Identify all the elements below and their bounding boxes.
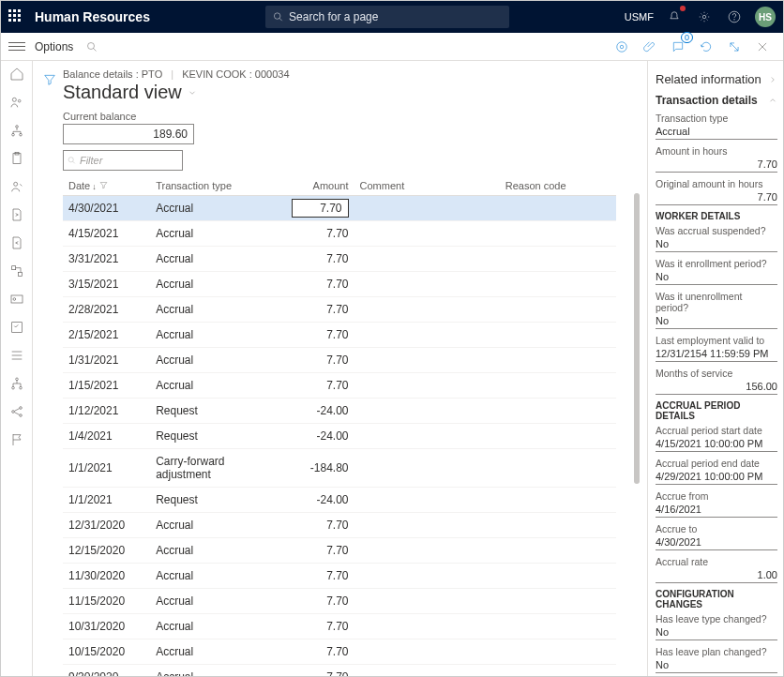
search-icon[interactable] [83, 38, 101, 56]
amount-edit[interactable]: 7.70 [292, 199, 348, 218]
nav-list-icon[interactable] [9, 348, 24, 363]
val-leaveplan[interactable]: No [656, 657, 777, 673]
val-amt-hours[interactable]: 7.70 [656, 157, 777, 173]
nav-checklist-icon[interactable] [9, 320, 24, 335]
nav-person-icon[interactable] [9, 179, 24, 194]
crumb-worker[interactable]: KEVIN COOK : 000034 [182, 68, 289, 80]
table-row[interactable]: 10/31/2020Accrual7.70 [63, 614, 616, 639]
cell-reason [500, 399, 616, 424]
nav-card-icon[interactable] [9, 292, 24, 307]
close-icon[interactable] [753, 38, 772, 56]
search-box[interactable] [265, 6, 509, 28]
val-orig-hours[interactable]: 7.70 [656, 189, 777, 205]
nav-home-icon[interactable] [9, 67, 24, 82]
hamburger-icon[interactable] [8, 38, 25, 55]
notification-icon[interactable] [665, 8, 684, 26]
val-enroll[interactable]: No [656, 269, 777, 285]
nav-hierarchy-icon[interactable] [9, 376, 24, 391]
val-trans-type[interactable]: Accrual [656, 124, 777, 140]
message-icon[interactable]: 0 [669, 38, 687, 56]
cell-reason [500, 348, 616, 373]
cell-reason [500, 247, 616, 272]
avatar[interactable]: HS [755, 7, 776, 27]
val-acc-end[interactable]: 4/29/2021 10:00:00 PM [656, 469, 777, 485]
table-row[interactable]: 2/28/2021Accrual7.70 [63, 297, 616, 323]
nav-clipboard-icon[interactable] [9, 151, 24, 166]
cell-reason [500, 449, 616, 488]
page-title[interactable]: Standard view [63, 82, 640, 103]
cell-amount: 7.70 [286, 323, 354, 348]
current-balance-value[interactable]: 189.60 [63, 124, 194, 144]
col-header-amount[interactable]: Amount [286, 176, 354, 196]
table-row[interactable]: 2/15/2021Accrual7.70 [63, 323, 616, 348]
table-row[interactable]: 11/30/2020Accrual7.70 [63, 564, 616, 589]
cell-date: 11/15/2020 [63, 589, 150, 614]
val-unenroll[interactable]: No [656, 313, 777, 329]
val-leavetype[interactable]: No [656, 624, 777, 640]
options-button[interactable]: Options [35, 40, 73, 53]
cell-reason [500, 373, 616, 399]
table-row[interactable]: 1/15/2021Accrual7.70 [63, 373, 616, 399]
search-input[interactable] [289, 10, 502, 23]
table-row[interactable]: 4/15/2021Accrual7.70 [63, 221, 616, 247]
svg-point-13 [15, 126, 18, 128]
nav-org-icon[interactable] [9, 123, 24, 138]
grid-filter[interactable] [63, 150, 183, 171]
col-header-reason[interactable]: Reason code [500, 176, 616, 196]
company-badge[interactable]: USMF [625, 11, 654, 23]
col-header-comment[interactable]: Comment [354, 176, 500, 196]
table-row[interactable]: 11/15/2020Accrual7.70 [63, 589, 616, 614]
gear-icon[interactable] [695, 8, 714, 26]
val-months[interactable]: 156.00 [656, 379, 777, 395]
val-suspended[interactable]: No [656, 236, 777, 252]
scrollbar[interactable] [634, 193, 640, 484]
nav-process-icon[interactable] [9, 263, 24, 278]
table-row[interactable]: 12/15/2020Accrual7.70 [63, 538, 616, 564]
help-icon[interactable] [725, 8, 744, 26]
val-acc-to[interactable]: 4/30/2021 [656, 534, 777, 550]
popout-icon[interactable] [725, 38, 744, 56]
cell-type: Request [150, 399, 286, 424]
val-acc-rate[interactable]: 1.00 [656, 567, 777, 583]
related-header[interactable]: Related information [656, 68, 777, 94]
table-row[interactable]: 1/1/2021Request-24.00 [63, 488, 616, 513]
nav-doc-left-icon[interactable] [9, 235, 24, 250]
cell-reason [500, 639, 616, 665]
waffle-icon[interactable] [8, 9, 23, 24]
funnel-icon[interactable] [40, 70, 59, 89]
cell-date: 2/28/2021 [63, 297, 150, 323]
attach-icon[interactable] [641, 38, 659, 56]
table-row[interactable]: 10/15/2020Accrual7.70 [63, 639, 616, 665]
nav-share-icon[interactable] [9, 404, 24, 419]
transaction-details-header[interactable]: Transaction details [656, 94, 777, 107]
refresh-icon[interactable] [697, 38, 716, 56]
nav-doc-right-icon[interactable] [9, 207, 24, 222]
col-header-date[interactable]: Date↓ [63, 176, 150, 196]
cell-type: Accrual [150, 513, 286, 538]
table-row[interactable]: 3/31/2021Accrual7.70 [63, 247, 616, 272]
grid-filter-input[interactable] [80, 155, 178, 166]
table-row[interactable]: 1/12/2021Request-24.00 [63, 399, 616, 424]
nav-flag-icon[interactable] [9, 432, 24, 447]
table-row[interactable]: 12/31/2020Accrual7.70 [63, 513, 616, 538]
cell-comment [354, 564, 500, 589]
table-row[interactable]: 1/1/2021Carry-forward adjustment-184.80 [63, 449, 616, 488]
val-lastemp[interactable]: 12/31/2154 11:59:59 PM [656, 346, 777, 362]
table-row[interactable]: 9/30/2020Accrual7.70 [63, 665, 616, 677]
val-acc-from[interactable]: 4/16/2021 [656, 502, 777, 518]
lbl-acc-start: Accrual period start date [656, 425, 777, 436]
table-row[interactable]: 1/31/2021Accrual7.70 [63, 348, 616, 373]
pin-icon[interactable] [612, 38, 631, 56]
cell-reason [500, 272, 616, 297]
cell-reason [500, 589, 616, 614]
cell-comment [354, 614, 500, 639]
table-row[interactable]: 1/4/2021Request-24.00 [63, 424, 616, 449]
table-row[interactable]: 3/15/2021Accrual7.70 [63, 272, 616, 297]
val-acc-start[interactable]: 4/15/2021 10:00:00 PM [656, 436, 777, 452]
crumb-balance[interactable]: Balance details : PTO [63, 68, 162, 80]
nav-people-icon[interactable] [9, 95, 24, 110]
col-header-type[interactable]: Transaction type [150, 176, 286, 196]
table-row[interactable]: 4/30/2021Accrual7.70 [63, 196, 616, 221]
app-title: Human Resources [35, 9, 150, 24]
chevron-up-icon [768, 96, 777, 105]
